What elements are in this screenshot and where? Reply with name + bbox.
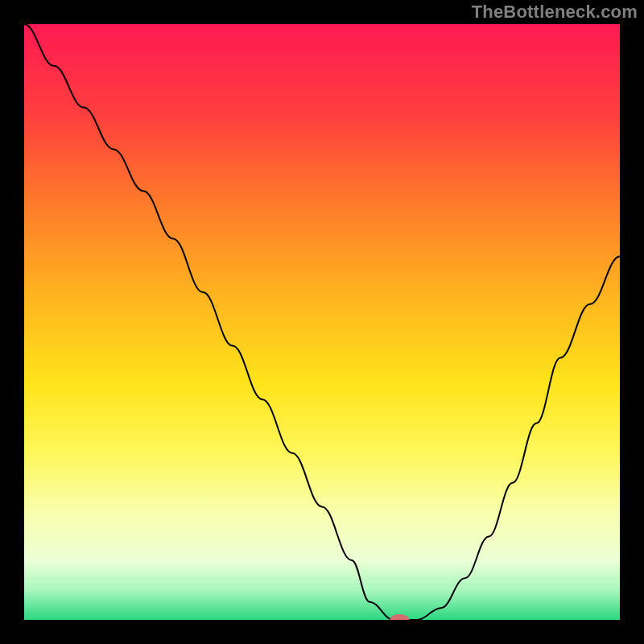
attribution-text: TheBottleneck.com bbox=[472, 2, 638, 23]
chart-svg bbox=[24, 24, 620, 620]
gradient-background bbox=[24, 24, 620, 620]
plot-area bbox=[24, 24, 620, 620]
chart-container: TheBottleneck.com bbox=[0, 0, 644, 644]
